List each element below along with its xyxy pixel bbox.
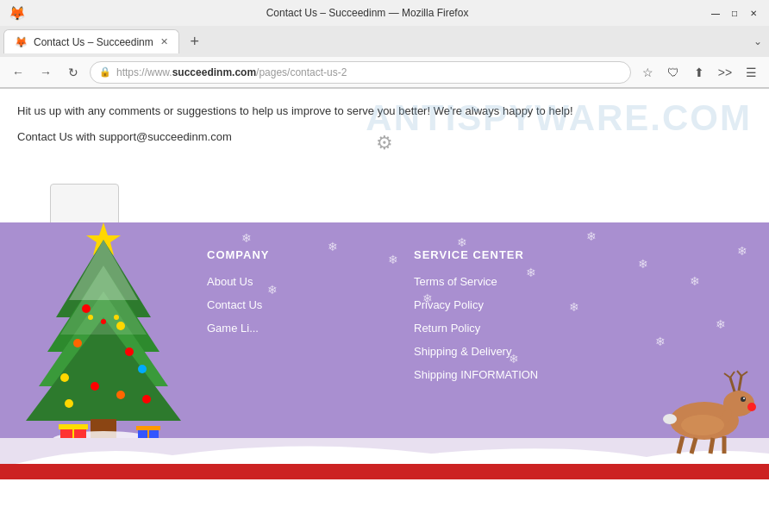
tab-close-button[interactable]: ✕ <box>160 36 168 47</box>
tab-label: Contact Us – Succeedinm <box>34 36 153 48</box>
game-link[interactable]: Game Li... <box>207 322 362 335</box>
svg-line-38 <box>737 371 741 376</box>
bookmark-button[interactable]: ☆ <box>636 61 659 84</box>
terms-link[interactable]: Terms of Service <box>414 275 569 288</box>
url-highlight: succeedinm.com <box>172 66 256 78</box>
svg-line-35 <box>730 372 735 378</box>
svg-line-41 <box>710 438 713 454</box>
more-tools-button[interactable]: >> <box>714 61 736 84</box>
privacy-link[interactable]: Privacy Policy <box>414 298 569 311</box>
svg-line-37 <box>741 372 747 376</box>
service-column: SERVICE CENTER Terms of Service Privacy … <box>414 248 569 391</box>
minimize-button[interactable]: — <box>709 6 722 20</box>
secure-icon: 🔒 <box>99 66 111 78</box>
back-button[interactable]: ← <box>7 61 29 84</box>
window-title: Contact Us – Succeedinm — Mozilla Firefo… <box>26 7 709 19</box>
tab-bar: 🦊 Contact Us – Succeedinm ✕ + ⌄ <box>0 26 769 57</box>
svg-line-34 <box>724 373 730 378</box>
reindeer <box>648 369 752 447</box>
svg-line-33 <box>730 378 735 391</box>
svg-line-36 <box>739 376 741 391</box>
url-suffix: /pages/contact-us-2 <box>256 66 347 78</box>
tab-favicon-icon: 🦊 <box>15 36 27 48</box>
svg-point-30 <box>747 403 756 411</box>
menu-button[interactable]: ☰ <box>740 61 762 84</box>
url-text: https://www.succeedinm.com/pages/contact… <box>116 66 347 78</box>
footer: ❄ ❄ ❄ ❄ ❄ ❄ ❄ ❄ ❄ ❄ ❄ ❄ ❄ ❄ ❄ COMPANY Ab… <box>0 222 769 464</box>
shipping-info-link[interactable]: Shipping INFORMATION <box>414 368 569 381</box>
svg-line-39 <box>678 436 683 454</box>
nav-bar: ← → ↻ 🔒 https://www.succeedinm.com/pages… <box>0 57 769 88</box>
address-bar[interactable]: 🔒 https://www.succeedinm.com/pages/conta… <box>90 61 631 84</box>
new-tab-button[interactable]: + <box>183 29 207 53</box>
company-title: COMPANY <box>207 248 362 261</box>
contact-us-link[interactable]: Contact Us <box>207 298 362 311</box>
reload-button[interactable]: ↻ <box>62 61 84 84</box>
firefox-logo-icon: 🦊 <box>9 5 26 22</box>
active-tab[interactable]: 🦊 Contact Us – Succeedinm ✕ <box>3 29 179 53</box>
forward-button[interactable]: → <box>34 61 57 84</box>
url-prefix: https://www. <box>116 66 172 78</box>
svg-line-40 <box>691 438 696 454</box>
intro-text: Hit us up with any comments or suggestio… <box>17 103 752 120</box>
svg-point-31 <box>741 397 746 402</box>
svg-point-44 <box>663 414 677 424</box>
popup-card: ✕ <box>50 184 119 222</box>
window-close-button[interactable]: ✕ <box>747 6 760 20</box>
svg-point-43 <box>681 415 724 435</box>
loading-spinner-icon: ⚙ <box>376 132 393 154</box>
shipping-delivery-link[interactable]: Shipping & Delivery <box>414 345 569 358</box>
about-us-link[interactable]: About Us <box>207 275 362 288</box>
return-link[interactable]: Return Policy <box>414 322 569 335</box>
title-bar: 🦊 Contact Us – Succeedinm — Mozilla Fire… <box>0 0 769 26</box>
share-button[interactable]: ⬆ <box>688 61 710 84</box>
red-bottom-bar <box>0 464 769 479</box>
shield-button[interactable]: 🛡 <box>662 61 685 84</box>
svg-point-32 <box>743 397 745 399</box>
page-content: Hit us up with any comments or suggestio… <box>0 89 769 222</box>
company-column: COMPANY About Us Contact Us Game Li... <box>207 248 362 391</box>
service-title: SERVICE CENTER <box>414 248 569 261</box>
tab-expand-button[interactable]: ⌄ <box>750 32 766 51</box>
maximize-button[interactable]: □ <box>728 6 741 20</box>
